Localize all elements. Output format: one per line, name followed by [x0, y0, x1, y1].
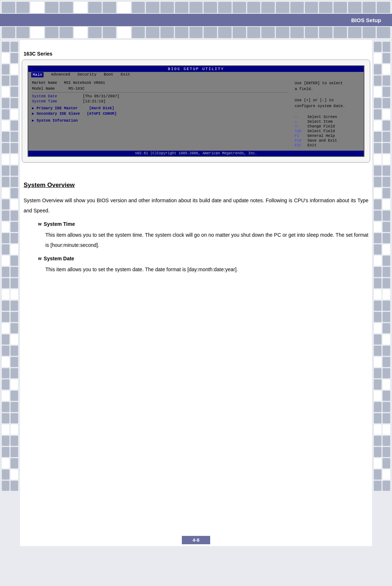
bios-keybind-row-0: ↔Select Screen — [295, 115, 360, 119]
bios-key-desc-5: Save and Exit — [307, 138, 337, 143]
bios-key-1: ↕ — [295, 119, 306, 124]
bios-help-line5: configure system Date. — [295, 104, 345, 108]
bios-primary-ide-value: [Hard Disk] — [89, 106, 114, 110]
bios-model-name-label: Model Name — [32, 86, 55, 91]
header-title: BIOS Setup — [351, 17, 381, 23]
doc-content: System Overview System Overview will sho… — [22, 182, 370, 274]
bios-secondary-ide-row: Secondary IDE Slave [ATAPI CDROM] — [32, 111, 287, 116]
bios-model-name-row: Model Name MS-163C — [32, 86, 287, 91]
bios-market-name-label: Market Name — [32, 81, 57, 85]
bios-key-0: ↔ — [295, 115, 306, 119]
bios-system-time-value: [13:21:19] — [83, 99, 106, 103]
bios-keybind-row-5: F10Save and Exit — [295, 138, 360, 143]
bios-menu-advanced[interactable]: Advanced — [51, 72, 70, 77]
bios-key-6: ESC — [295, 143, 306, 147]
bios-menu-boot[interactable]: Boot — [104, 72, 113, 77]
series-box: 163C Series BIOS SETUP UTILITY Main Adva… — [22, 51, 370, 163]
bios-secondary-ide-label: Secondary IDE Slave — [37, 111, 80, 116]
bios-right-panel: Use [ENTER] to select a field. Use [+] o… — [291, 78, 364, 151]
bios-key-desc-6: Exit — [307, 143, 317, 147]
header-bar: BIOS Setup — [0, 14, 392, 26]
bios-footer: v02.61 (C)Copyright 1985-2006, American … — [28, 151, 364, 156]
bios-system-date-value: [Thu 05/31/2007] — [83, 94, 119, 98]
bios-key-desc-4: General Help — [307, 134, 335, 138]
bullet-heading-2: System Date — [38, 256, 368, 261]
bios-help-line2: a field. — [295, 87, 313, 91]
bios-key-3: Tab — [295, 129, 306, 133]
bios-body: Market Name MSI Notebook VR601 Model Nam… — [28, 78, 364, 151]
content-area: 163C Series BIOS SETUP UTILITY Main Adva… — [22, 40, 370, 546]
bios-keybinds: ↔Select Screen↕Select Item+-Change Field… — [295, 115, 360, 147]
bullet-section-1: System Time This item allows you to set … — [38, 221, 368, 250]
bios-system-time-row: System Time [13:21:19] — [32, 99, 287, 103]
bios-keybind-row-4: F1General Help — [295, 134, 360, 138]
bios-menu-main[interactable]: Main — [31, 72, 44, 77]
bios-key-desc-1: Select Item — [307, 119, 332, 124]
bios-help-text: Use [ENTER] to select a field. Use [+] o… — [295, 81, 360, 109]
bios-menubar: Main Advanced Security Boot Exit — [28, 72, 364, 78]
bios-menu-security[interactable]: Security — [77, 72, 97, 77]
series-label: 163C Series — [24, 51, 370, 57]
bullet-heading-1: System Time — [38, 221, 368, 227]
bios-key-desc-3: Select Field — [307, 129, 335, 133]
bios-system-info-label: System Information — [37, 118, 78, 123]
bios-system-date-label: System Date — [32, 94, 83, 98]
bullet-body-1: This item allows you to set the system t… — [45, 230, 368, 250]
bios-key-desc-0: Select Screen — [307, 115, 337, 119]
section-heading: System Overview — [24, 182, 368, 189]
bios-help-line1: Use [ENTER] to select — [295, 81, 343, 85]
bios-key-4: F1 — [295, 134, 306, 138]
bios-titlebar: BIOS SETUP UTILITY — [28, 66, 364, 72]
left-tile-column — [0, 40, 20, 546]
bios-divider1 — [32, 92, 287, 93]
page-footer: 4-8 — [0, 534, 392, 546]
bios-primary-ide-label: Primary IDE Master — [37, 106, 78, 110]
bios-key-5: F10 — [295, 138, 306, 143]
bios-menu-exit[interactable]: Exit — [121, 72, 130, 77]
bios-key-desc-2: Change Field — [307, 124, 335, 129]
bios-screenshot-container: BIOS SETUP UTILITY Main Advanced Securit… — [22, 60, 370, 163]
bios-model-name-value: MS-163C — [69, 86, 85, 91]
bios-keybind-row-6: ESCExit — [295, 143, 360, 147]
bios-screen: BIOS SETUP UTILITY Main Advanced Securit… — [28, 65, 364, 157]
bios-left-panel: Market Name MSI Notebook VR601 Model Nam… — [28, 78, 291, 151]
bios-keybind-row-1: ↕Select Item — [295, 119, 360, 124]
bios-system-date-row: System Date [Thu 05/31/2007] — [32, 94, 287, 98]
bios-help-line4: Use [+] or [-] to — [295, 98, 334, 102]
bullet-body-2: This item allows you to set the system d… — [45, 264, 368, 274]
bios-keybind-row-3: TabSelect Field — [295, 129, 360, 133]
intro-text: System Overview will show you BIOS versi… — [24, 195, 368, 216]
bios-system-time-label: System Time — [32, 99, 83, 103]
bottom-tile-area — [0, 546, 392, 586]
bios-key-2: +- — [295, 124, 306, 129]
bios-secondary-ide-value: [ATAPI CDROM] — [87, 111, 117, 116]
bios-keybind-row-2: +-Change Field — [295, 124, 360, 129]
bios-market-name-value: MSI Notebook VR601 — [64, 81, 105, 85]
right-tile-column — [372, 40, 392, 546]
bullet-section-2: System Date This item allows you to set … — [38, 256, 368, 274]
page-number: 4-8 — [182, 536, 211, 544]
bios-primary-ide-row: Primary IDE Master [Hard Disk] — [32, 106, 287, 110]
bios-market-name-row: Market Name MSI Notebook VR601 — [32, 81, 287, 85]
bios-system-info-row: System Information — [32, 118, 287, 123]
